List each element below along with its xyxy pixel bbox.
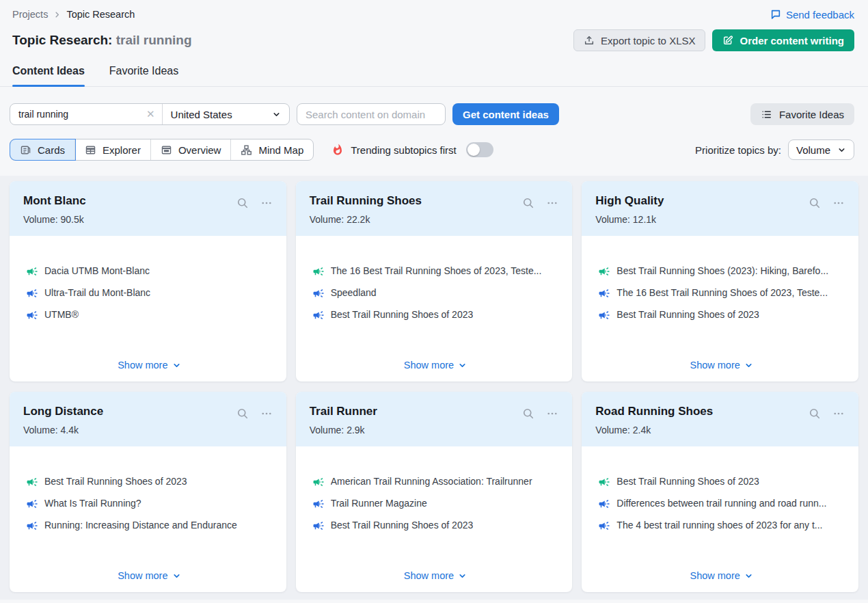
chevron-down-icon [172,572,181,580]
topic-volume: Volume: 22.2k [310,214,422,225]
page-title-query: trail running [116,33,192,47]
headline-item[interactable]: American Trail Running Association: Trai… [312,475,559,488]
search-topic-icon[interactable] [236,196,249,210]
headline-item[interactable]: The 4 best trail running shoes of 2023 f… [598,519,845,532]
headline-item[interactable]: Dacia UTMB Mont-Blanc [26,265,273,278]
headline-item[interactable]: Best Trail Running Shoes of 2023 [26,475,273,488]
country-select[interactable]: United States [162,104,289,124]
more-menu-icon[interactable] [832,197,845,209]
topic-card: Long Distance Volume: 4.4k Best Trail Ru… [10,392,286,592]
favorite-ideas-button[interactable]: Favorite Ideas [750,103,854,125]
headline-item[interactable]: The 16 Best Trail Running Shoes of 2023,… [598,286,845,299]
topic-card: Trail Runner Volume: 2.9k American Trail… [296,392,573,592]
view-cards[interactable]: Cards [10,139,75,160]
top-section: Projects Topic Research Send feedback To… [0,0,868,161]
headline-item[interactable]: The 16 Best Trail Running Shoes of 2023,… [312,265,559,278]
show-more-button[interactable]: Show more [118,570,180,582]
view-switcher: Cards Explorer Overview Mind Map [10,139,314,161]
topic-title: Long Distance [23,405,103,418]
headline-item[interactable]: Best Trail Running Shoes of 2023 [312,519,559,532]
topic-card-header: Long Distance Volume: 4.4k [10,392,286,446]
show-more-button[interactable]: Show more [690,360,752,372]
headline-item[interactable]: Best Trail Running Shoes of 2023 [312,308,559,321]
order-content-writing-button[interactable]: Order content writing [712,29,854,51]
tab-favorite-ideas[interactable]: Favorite Ideas [109,65,178,86]
send-feedback-link[interactable]: Send feedback [770,9,854,21]
edit-icon [722,35,733,46]
megaphone-icon [26,265,38,278]
export-xlsx-button[interactable]: Export topic to XLSX [573,29,705,51]
prioritize-label: Prioritize topics by: [695,144,781,156]
megaphone-icon [312,476,325,488]
topic-card: High Quality Volume: 12.1k Best Trail Ru… [582,181,858,381]
view-explorer[interactable]: Explorer [75,139,151,160]
headline-item[interactable]: What Is Trail Running? [26,497,273,510]
megaphone-icon [598,476,610,488]
view-mind-map[interactable]: Mind Map [231,139,313,160]
topic-title: Mont Blanc [23,194,86,208]
headline-item[interactable]: Best Trail Running Shoes of 2023 [598,475,845,488]
megaphone-icon [598,309,610,321]
overview-window-icon [161,144,172,156]
topic-card: Trail Running Shoes Volume: 22.2k The 16… [296,181,573,381]
search-topic-icon[interactable] [808,407,822,420]
more-menu-icon[interactable] [260,407,273,420]
chevron-down-icon [458,361,467,370]
chevron-down-icon [272,110,281,119]
domain-search-input[interactable] [297,103,446,125]
clear-keyword-icon[interactable]: ✕ [142,108,155,120]
breadcrumb-projects-link[interactable]: Projects [12,9,48,20]
topic-volume: Volume: 12.1k [595,214,664,225]
more-menu-icon[interactable] [260,197,273,209]
topic-cards-area: Mont Blanc Volume: 90.5k Dacia UTMB Mont… [0,176,868,600]
more-menu-icon[interactable] [546,197,558,209]
show-more-button[interactable]: Show more [404,570,467,582]
chevron-down-icon [458,572,467,580]
show-more-button[interactable]: Show more [404,360,467,372]
headline-item[interactable]: Best Trail Running Shoes (2023): Hiking,… [598,265,845,278]
export-label: Export topic to XLSX [601,35,695,46]
cards-view-icon [20,144,31,156]
search-topic-icon[interactable] [808,196,822,210]
megaphone-icon [312,520,325,532]
search-topic-icon[interactable] [521,196,535,210]
list-icon [761,109,772,120]
headline-item[interactable]: Trail Runner Magazine [312,497,559,510]
show-more-button[interactable]: Show more [690,570,752,582]
trending-toggle[interactable] [466,142,493,157]
topic-title: Trail Runner [310,405,377,418]
topic-volume: Volume: 2.4k [595,425,713,436]
megaphone-icon [26,309,38,321]
topic-card: Road Running Shoes Volume: 2.4k Best Tra… [582,392,858,592]
headline-item[interactable]: UTMB® [26,308,273,321]
keyword-country-group: ✕ United States [10,103,290,125]
prioritize-value: Volume [796,144,830,156]
headline-item[interactable]: Best Trail Running Shoes of 2023 [598,308,845,321]
search-topic-icon[interactable] [236,407,249,420]
topic-card-header: Mont Blanc Volume: 90.5k [10,181,286,236]
headline-item[interactable]: Running: Increasing Distance and Enduran… [26,519,273,532]
headline-item[interactable]: Ultra-Trail du Mont-Blanc [26,286,273,299]
headline-item[interactable]: Differences between trail running and ro… [598,497,845,510]
mind-map-icon [241,144,252,156]
country-value: United States [171,109,232,120]
get-content-ideas-button[interactable]: Get content ideas [452,103,559,125]
more-menu-icon[interactable] [546,407,558,420]
topic-card-header: Trail Runner Volume: 2.9k [296,392,573,446]
megaphone-icon [312,287,325,299]
view-overview[interactable]: Overview [151,139,232,160]
prioritize-select[interactable]: Volume [788,139,854,160]
order-label: Order content writing [740,35,844,46]
feedback-bubble-icon [770,9,781,20]
megaphone-icon [598,520,610,532]
topic-volume: Volume: 90.5k [23,214,86,225]
more-menu-icon[interactable] [832,407,845,420]
headline-item[interactable]: Speedland [312,286,559,299]
favorite-ideas-label: Favorite Ideas [779,109,844,120]
tab-content-ideas[interactable]: Content Ideas [12,65,85,86]
flame-icon [331,144,344,156]
search-topic-icon[interactable] [521,407,535,420]
keyword-input[interactable] [18,109,142,120]
show-more-button[interactable]: Show more [118,360,180,372]
breadcrumb-chevron-icon [53,11,61,18]
